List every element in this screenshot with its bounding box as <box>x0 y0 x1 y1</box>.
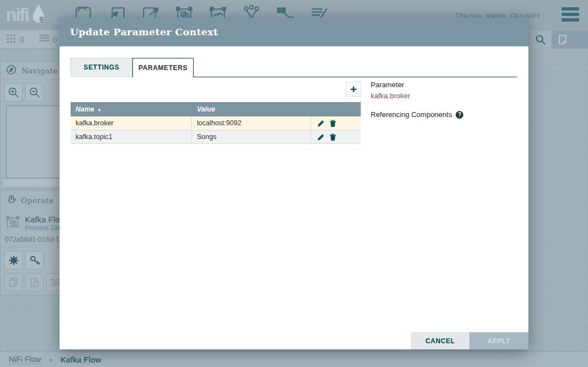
queued-count: 0 <box>53 35 57 44</box>
referencing-components-label: Referencing Components <box>371 110 452 119</box>
selected-parameter-name: kafka.broker <box>371 92 463 100</box>
access-policies-key-icon[interactable] <box>25 251 44 269</box>
compass-icon <box>6 65 17 77</box>
tab-settings[interactable]: SETTINGS <box>71 58 132 77</box>
help-icon[interactable]: ? <box>456 111 463 119</box>
process-group-icon <box>5 214 20 232</box>
dialog-header: Update Parameter Context <box>60 18 528 46</box>
queued-icon <box>39 34 50 45</box>
breadcrumb-separator: » <box>49 355 52 364</box>
active-threads-count: 0 <box>20 35 24 44</box>
parameter-name-cell: kafka.broker <box>71 116 192 130</box>
parameter-label: Parameter <box>371 81 463 89</box>
cancel-button[interactable]: CANCEL <box>411 332 469 349</box>
parameter-table-header: Name ▲ Value <box>71 102 361 116</box>
tab-underline <box>194 77 517 77</box>
breadcrumb-root-link[interactable]: NiFi Flow <box>9 355 41 364</box>
delete-trash-icon[interactable] <box>329 134 336 141</box>
paste-icon <box>25 273 44 291</box>
add-parameter-button[interactable]: + <box>346 82 361 97</box>
navigate-panel-title: Navigate <box>22 66 58 75</box>
update-parameter-context-dialog: Update Parameter Context SETTINGS PARAME… <box>60 18 528 349</box>
dialog-tabs: SETTINGS PARAMETERS <box>71 58 194 77</box>
parameter-value-cell: localhost:9092 <box>192 116 311 130</box>
global-menu-icon[interactable] <box>562 7 579 24</box>
value-column-header[interactable]: Value <box>192 105 311 113</box>
table-row[interactable]: kafka.topic1 Songs <box>71 130 361 144</box>
search-icon[interactable] <box>528 30 552 49</box>
configuration-gear-icon[interactable] <box>4 251 23 269</box>
parameter-name-cell: kafka.topic1 <box>71 130 192 143</box>
table-row[interactable]: kafka.broker localhost:9092 <box>71 116 361 130</box>
zoom-out-button[interactable] <box>25 83 44 102</box>
breadcrumb-current: Kafka Flow <box>61 355 101 364</box>
active-threads-icon <box>6 33 17 46</box>
flow-status-pulldown-icon[interactable] <box>552 30 588 49</box>
dialog-title: Update Parameter Context <box>70 26 218 38</box>
nifi-logo: nifi <box>6 3 47 26</box>
apply-button[interactable]: APPLY <box>469 332 528 349</box>
parameter-value-cell: Songs <box>192 130 311 143</box>
tab-parameters[interactable]: PARAMETERS <box>132 58 194 77</box>
sort-ascending-icon: ▲ <box>97 107 101 112</box>
zoom-in-button[interactable] <box>4 83 23 102</box>
breadcrumb: NiFi Flow » Kafka Flow <box>0 352 588 367</box>
copy-icon <box>4 273 23 291</box>
edit-pencil-icon[interactable] <box>317 120 324 127</box>
operate-panel-title: Operate <box>21 196 54 205</box>
name-column-header[interactable]: Name <box>76 105 94 113</box>
nifi-logo-text: nifi <box>6 4 28 25</box>
edit-pencil-icon[interactable] <box>317 134 324 141</box>
nifi-drop-icon <box>28 3 47 26</box>
delete-trash-icon[interactable] <box>329 120 336 127</box>
parameter-detail-panel: Parameter kafka.broker Referencing Compo… <box>371 81 463 119</box>
parameter-table: Name ▲ Value kafka.broker localhost:9092… <box>71 102 361 144</box>
hand-icon <box>6 194 16 206</box>
